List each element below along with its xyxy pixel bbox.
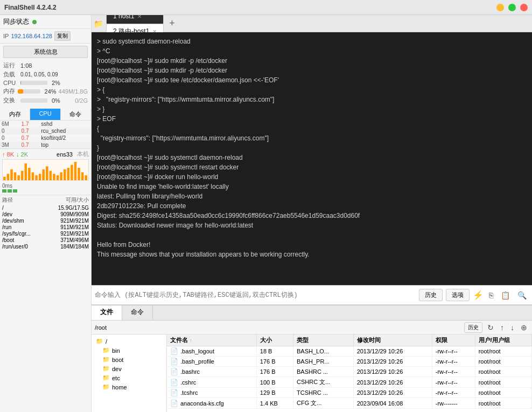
proc-row: 00.7rcu_sched <box>0 127 91 134</box>
copy-ip-button[interactable]: 复制 <box>54 31 71 41</box>
col-size[interactable]: 大小 <box>256 335 293 346</box>
term-line: } <box>97 143 527 153</box>
bottom-tab-files[interactable]: 文件 <box>92 306 122 320</box>
copy-icon-button[interactable]: ⎘ <box>487 290 495 301</box>
disk-section: 路径 可用/大小 /15.9G/17.5G/dev909M/909M/dev/s… <box>0 195 91 412</box>
disk-row: /run911M/921M <box>2 224 89 230</box>
tree-item-home[interactable]: 📁 home <box>100 382 164 392</box>
term-line: Status: Downloaded newer image for hello… <box>97 221 527 230</box>
col-mtime[interactable]: 修改时间 <box>353 335 432 346</box>
tree-item-dev[interactable]: 📁 dev <box>100 364 164 373</box>
file-icon: 📄 <box>170 347 178 355</box>
stat-load: 负载 0.01, 0.05, 0.09 <box>3 70 88 79</box>
tab-bar: 📁 1 host1 ✕ 2 路由-host1 ✕ + <box>92 15 532 32</box>
stat-memory: 内存 24% 449M/1.8G <box>3 87 88 95</box>
fm-history-button[interactable]: 历史 <box>464 322 482 333</box>
file-tree: 📁 / 📁 bin 📁 boot 📁 <box>92 335 167 412</box>
tree-bin-label: bin <box>112 347 120 354</box>
folder-icon: 📁 <box>96 338 103 345</box>
stat-uptime: 运行 1:08 <box>3 61 88 69</box>
file-icon: 📄 <box>170 368 178 375</box>
command-input[interactable] <box>95 292 416 299</box>
col-owner[interactable]: 用户/用户组 <box>475 335 531 346</box>
lat-bar-2 <box>8 189 12 193</box>
tree-item-root[interactable]: 📁 / <box>94 337 164 346</box>
file-icon: 📄 <box>170 400 178 407</box>
proc-tab-cpu[interactable]: CPU <box>30 109 60 120</box>
term-line: Unable to find image 'hello-world:latest… <box>97 182 527 191</box>
process-table: 6M1.7sshd00.7rcu_sched00.7ksoftirqd/23M0… <box>0 120 91 148</box>
file-row[interactable]: 📄.bashrc 176 B BASHRC ... 2013/12/29 10:… <box>167 367 532 377</box>
tree-etc-label: etc <box>112 375 120 381</box>
folder-icon: 📁 <box>102 356 110 363</box>
proc-tab-cmd[interactable]: 命令 <box>61 109 91 120</box>
tree-item-etc[interactable]: 📁 etc <box>100 373 164 382</box>
file-row[interactable]: 📄.bash_logout 18 B BASH_LO... 2013/12/29… <box>167 346 532 357</box>
stat-cpu: CPU 2% <box>3 80 88 86</box>
ip-address: 192.168.64.128 <box>11 33 52 39</box>
term-line: [root@localhost ~]# sudo mkdir -p /etc/d… <box>97 66 527 75</box>
network-chart <box>2 159 89 181</box>
folder-icon: 📁 <box>102 347 110 354</box>
tab-host1[interactable]: 1 host1 ✕ <box>106 15 164 24</box>
add-tab-button[interactable]: + <box>166 18 178 29</box>
term-line: Hello from Docker! <box>97 240 527 250</box>
net-interface: ens33 <box>57 151 73 158</box>
minimize-button[interactable] <box>496 4 504 11</box>
bottom-panel: 文件 命令 /root 历史 ↻ ↑ ↓ ⊕ 📁 / <box>92 304 532 412</box>
paste-icon-button[interactable]: 📋 <box>499 290 512 301</box>
disk-row: /run/user/0184M/184M <box>2 244 89 250</box>
swap-bar <box>20 98 47 103</box>
file-table: 文件名 ↑ 大小 类型 修改时间 权限 用户/用户组 📄.bash_logout… <box>167 335 532 409</box>
bottom-tabs: 文件 命令 <box>92 306 532 321</box>
terminal[interactable]: > sudo systemctl daemon-reload > ^C [roo… <box>92 32 532 285</box>
search-icon-button[interactable]: 🔍 <box>515 290 529 301</box>
term-line: > EOF <box>97 114 527 124</box>
file-icon: 📄 <box>170 379 178 386</box>
options-button[interactable]: 选项 <box>446 289 470 301</box>
disk-row: /sys/fs/cgr...921M/921M <box>2 231 89 237</box>
term-line <box>97 230 527 240</box>
stats-block: 运行 1:08 负载 0.01, 0.05, 0.09 CPU 2% 内存 <box>0 60 91 106</box>
file-row[interactable]: 📄.bash_profile 176 B BASH_PR... 2013/12/… <box>167 357 532 367</box>
col-filename[interactable]: 文件名 ↑ <box>167 335 256 346</box>
term-line: [root@localhost ~]# sudo systemctl daemo… <box>97 153 527 162</box>
fm-new-button[interactable]: ⊕ <box>519 323 529 332</box>
tree-item-boot[interactable]: 📁 boot <box>100 355 164 364</box>
latency-section: 0ms <box>2 182 89 194</box>
proc-row: 3M0.7top <box>0 141 91 148</box>
proc-tab-mem[interactable]: 内存 <box>0 109 30 120</box>
file-table-body: 📄.bash_logout 18 B BASH_LO... 2013/12/29… <box>167 346 532 409</box>
file-row[interactable]: 📄.cshrc 100 B CSHRC 文... 2013/12/29 10:2… <box>167 377 532 388</box>
col-type[interactable]: 类型 <box>293 335 353 346</box>
tab-1-close[interactable]: ✕ <box>137 15 142 19</box>
network-section: ↑ 8K ↓ 2K ens33 本机 0ms <box>0 148 91 195</box>
fm-download-button[interactable]: ↓ <box>509 323 516 332</box>
term-line: latest: Pulling from library/hello-world <box>97 191 527 201</box>
tree-item-bin[interactable]: 📁 bin <box>100 346 164 355</box>
file-row[interactable]: 📄anaconda-ks.cfg 1.4 KB CFG 文... 2023/09… <box>167 398 532 409</box>
term-line: [root@localhost ~]# sudo tee /etc/docker… <box>97 75 527 85</box>
fm-refresh-button[interactable]: ↻ <box>486 323 495 332</box>
col-perm[interactable]: 权限 <box>432 335 475 346</box>
latency-label: 0ms <box>2 183 89 189</box>
history-button[interactable]: 历史 <box>419 289 443 301</box>
folder-icon: 📁 <box>102 374 110 381</box>
close-button[interactable] <box>520 4 528 11</box>
tab-1-label: 1 host1 <box>113 15 134 20</box>
sysinfo-button[interactable]: 系统信息 <box>3 46 88 58</box>
maximize-button[interactable] <box>508 4 516 11</box>
net-local: 本机 <box>77 150 89 158</box>
bottom-tab-commands[interactable]: 命令 <box>122 306 153 320</box>
net-up-label: ↑ 8K <box>2 151 14 158</box>
file-row[interactable]: 📄.tcshrc 129 B TCSHRC ... 2013/12/29 10:… <box>167 388 532 398</box>
file-icon: 📄 <box>170 389 178 396</box>
fm-upload-button[interactable]: ↑ <box>499 323 506 332</box>
disk-row: /dev909M/909M <box>2 211 89 217</box>
term-line: 2db297101223e: Pull complete <box>97 201 527 211</box>
fm-toolbar: /root 历史 ↻ ↑ ↓ ⊕ <box>92 321 532 335</box>
sync-status: 同步状态 <box>0 15 91 29</box>
disk-row: /15.9G/17.5G <box>2 205 89 211</box>
lat-bar-3 <box>13 189 17 193</box>
folder-icon: 📁 <box>102 365 110 372</box>
